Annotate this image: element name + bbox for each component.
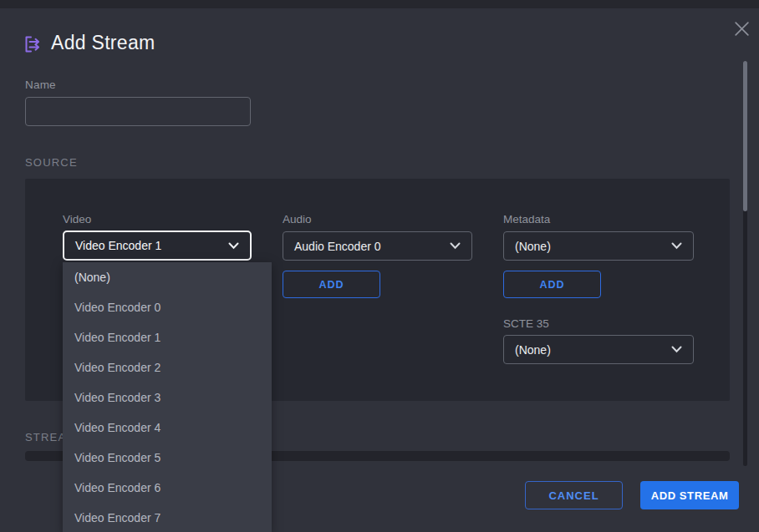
metadata-select[interactable]: (None) — [503, 231, 694, 261]
video-select-value: Video Encoder 1 — [75, 239, 161, 252]
audio-label: Audio — [283, 213, 312, 225]
close-icon[interactable] — [731, 18, 752, 39]
audio-select[interactable]: Audio Encoder 0 — [283, 231, 472, 261]
add-stream-button[interactable]: ADD STREAM — [640, 481, 739, 509]
video-select-dropdown: (None) Video Encoder 0 Video Encoder 1 V… — [63, 262, 272, 532]
metadata-select-value: (None) — [515, 240, 551, 253]
audio-add-button[interactable]: ADD — [283, 271, 380, 298]
chevron-down-icon — [671, 346, 682, 353]
dropdown-option[interactable]: Video Encoder 0 — [63, 292, 272, 322]
dropdown-option[interactable]: Video Encoder 7 — [63, 503, 272, 532]
dropdown-option[interactable]: (None) — [63, 262, 272, 292]
scte35-select-value: (None) — [515, 343, 551, 357]
source-section-label: SOURCE — [25, 156, 78, 169]
stream-out-icon — [23, 33, 43, 55]
chevron-down-icon — [450, 242, 461, 250]
metadata-label: Metadata — [503, 213, 550, 225]
scte35-label: SCTE 35 — [503, 317, 549, 330]
audio-select-value: Audio Encoder 0 — [294, 240, 381, 253]
video-label: Video — [63, 213, 91, 225]
dropdown-option[interactable]: Video Encoder 6 — [63, 473, 272, 503]
dropdown-option[interactable]: Video Encoder 2 — [63, 352, 272, 383]
chevron-down-icon — [671, 242, 682, 250]
metadata-add-button[interactable]: ADD — [503, 271, 601, 298]
dropdown-option[interactable]: Video Encoder 3 — [63, 383, 272, 413]
page-title: Add Stream — [51, 32, 155, 54]
add-stream-modal: Add Stream Name SOURCE Video Video Encod… — [0, 0, 759, 532]
name-input[interactable] — [25, 97, 251, 126]
video-select[interactable]: Video Encoder 1 — [63, 231, 252, 261]
scrollbar-thumb[interactable] — [743, 61, 747, 211]
dropdown-option[interactable]: Video Encoder 1 — [63, 322, 272, 352]
scte35-select[interactable]: (None) — [503, 335, 694, 364]
chevron-down-icon — [228, 242, 239, 250]
dropdown-option[interactable]: Video Encoder 4 — [63, 413, 272, 443]
dropdown-option[interactable]: Video Encoder 5 — [63, 443, 272, 473]
name-label: Name — [25, 79, 56, 91]
scrollbar-track[interactable] — [743, 61, 747, 466]
dialog-surface: Add Stream Name SOURCE Video Video Encod… — [0, 8, 759, 532]
cancel-button[interactable]: CANCEL — [525, 481, 623, 509]
